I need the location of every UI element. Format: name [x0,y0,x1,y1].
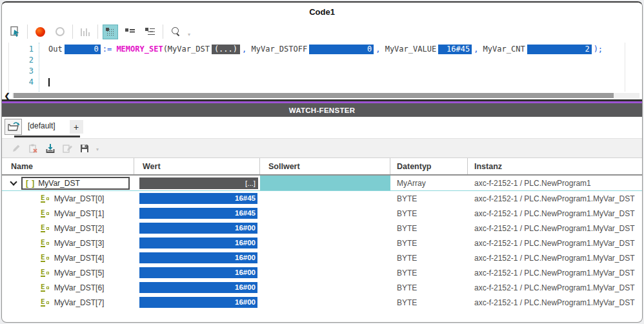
horizontal-scrollbar[interactable]: ❮ [2,92,642,99]
element-icon-square [46,212,49,215]
value-bar[interactable]: 16#00 [139,267,257,278]
record-icon [35,27,45,37]
instance-cell: axc-f-2152-1 / PLC.NewProgram1.MyVar_DST [468,191,642,206]
watch-window-title: WATCH-FENSTER [289,106,356,114]
table-row[interactable]: E MyVar_DST[7] 16#00 BYTE axc-f-2152-1 /… [2,295,642,310]
debug-value-out[interactable]: 0 [65,45,101,54]
open-folder-icon [7,121,20,132]
datatype-cell: BYTE [390,295,468,310]
value-display-button[interactable] [123,24,138,39]
add-watchlist-button[interactable]: + [70,120,83,134]
variable-name: MyVar_DST[7] [54,298,105,307]
debug-value-dst[interactable]: (...) [212,45,240,54]
watch-window-header: WATCH-FENSTER [2,103,642,117]
token-paren: ( [163,44,168,55]
variable-name: MyVar_DST[6] [54,283,105,292]
instance-cell: axc-f-2152-1 / PLC.NewProgram1.MyVar_DST [468,250,642,265]
code-line-1: Out 0 := MEMORY_SET ( MyVar_DST (...) , … [48,44,642,55]
value-bar[interactable]: 16#00 [139,223,257,234]
column-header-instanz[interactable]: Instanz [468,158,642,174]
token-comma: , [242,44,247,55]
sollwert-cell[interactable] [260,236,390,250]
collapse-chevron-icon[interactable] [10,178,17,185]
column-header-datentyp[interactable]: Datentyp [390,158,468,174]
sollwert-cell[interactable] [260,295,390,310]
token-arg4: MyVar_CNT [483,44,525,55]
start-watch-button[interactable] [32,24,48,39]
column-header-name[interactable]: Name [2,158,134,174]
value-bar[interactable]: 16#00 [139,297,257,308]
element-icon: E [41,239,45,247]
table-row-parent[interactable]: [ ] MyVar_DST [...] MyArray axc-f-2152-1… [2,176,642,191]
edit-pencil-icon-disabled [11,143,21,154]
value-bar[interactable]: 16#45 [139,208,257,219]
table-row[interactable]: E MyVar_DST[5] 16#00 BYTE axc-f-2152-1 /… [2,265,642,280]
element-icon: E [41,284,45,292]
line-number: 1 [9,44,34,55]
sollwert-cell[interactable] [260,265,390,280]
scrollbar-thumb[interactable] [14,93,614,98]
select-pointer-icon [9,26,21,37]
sollwert-cell[interactable] [260,191,390,206]
code-line-2 [48,55,642,66]
tree-view-icon [145,28,156,36]
code-editor[interactable]: 1 2 3 4 Out 0 := MEMORY_SET ( MyVar_DST … [2,43,642,92]
grid-dots-icon [106,28,115,35]
debug-value-dstoff[interactable]: 0 [309,45,374,54]
watch-toolbar: ▾ [2,138,642,158]
value-bar[interactable]: 16#00 [139,238,257,248]
scroll-left-arrow-icon[interactable]: ❮ [2,92,12,99]
table-row[interactable]: E MyVar_DST[1] 16#45 BYTE axc-f-2152-1 /… [2,206,642,221]
save-watchlist-button[interactable] [79,143,90,154]
instance-cell: axc-f-2152-1 / PLC.NewProgram1.MyVar_DST [468,265,642,280]
code-area[interactable]: Out 0 := MEMORY_SET ( MyVar_DST (...) , … [39,43,642,92]
value-bar[interactable]: 16#00 [139,252,257,263]
sollwert-cell[interactable] [260,176,390,190]
variable-name: MyVar_DST[3] [54,239,105,248]
array-bracket-icon: [ ] [26,179,35,188]
stop-watch-button[interactable] [52,24,68,39]
table-row[interactable]: E MyVar_DST[2] 16#00 BYTE axc-f-2152-1 /… [2,221,642,236]
table-row[interactable]: E MyVar_DST[4] 16#00 BYTE axc-f-2152-1 /… [2,250,642,265]
element-icon: E [41,254,45,262]
element-icon-square [46,287,49,289]
token-comma: , [376,44,380,55]
table-row[interactable]: E MyVar_DST[6] 16#00 BYTE axc-f-2152-1 /… [2,280,642,295]
import-watchlist-button[interactable] [45,143,55,154]
plc-engineer-window: Code1 [1,1,643,323]
column-header-sollwert[interactable]: Sollwert [260,158,390,174]
table-row[interactable]: E MyVar_DST[0] 16#45 BYTE axc-f-2152-1 /… [2,191,642,206]
column-header-wert[interactable]: Wert [134,158,260,174]
search-dropdown-caret[interactable]: ▾ [188,32,190,37]
save-dropdown-caret[interactable]: ▾ [96,147,99,152]
sollwert-cell[interactable] [260,280,390,295]
variable-name-input[interactable]: [ ] MyVar_DST [21,177,130,190]
tab-default[interactable]: [default] [26,119,62,130]
sollwert-cell[interactable] [260,206,390,221]
scrollbar-track[interactable] [12,93,639,98]
line-number-gutter: 1 2 3 4 [8,43,39,92]
grid-view-toggle[interactable] [103,25,118,39]
debug-value-value[interactable]: 16#45 [438,45,472,54]
value-display-icon [125,28,136,35]
value-bar[interactable]: 16#00 [139,282,257,293]
value-bar-array[interactable]: [...] [139,177,258,189]
debug-value-cnt[interactable]: 2 [527,45,592,54]
instance-cell: axc-f-2152-1 / PLC.NewProgram1.MyVar_DST [468,280,642,295]
export-watchlist-icon-disabled [62,143,73,154]
datatype-cell: BYTE [390,236,468,250]
line-number: 2 [9,55,34,66]
open-watchlist-button[interactable] [5,119,22,135]
sollwert-cell[interactable] [260,221,390,236]
value-bar[interactable]: 16#45 [139,193,257,204]
token-arg2: MyVar_DSTOFF [251,44,307,55]
tree-view-button[interactable] [143,24,158,39]
code-line-4 [48,77,642,88]
bars-icon [81,27,90,36]
instance-cell: axc-f-2152-1 / PLC.NewProgram1.MyVar_DST [468,206,642,221]
sollwert-cell[interactable] [260,250,390,265]
table-row[interactable]: E MyVar_DST[3] 16#00 BYTE axc-f-2152-1 /… [2,236,642,250]
search-button[interactable] [168,24,183,39]
select-pointer-button[interactable] [7,24,23,39]
token-arg3: MyVar_VALUE [385,44,436,55]
